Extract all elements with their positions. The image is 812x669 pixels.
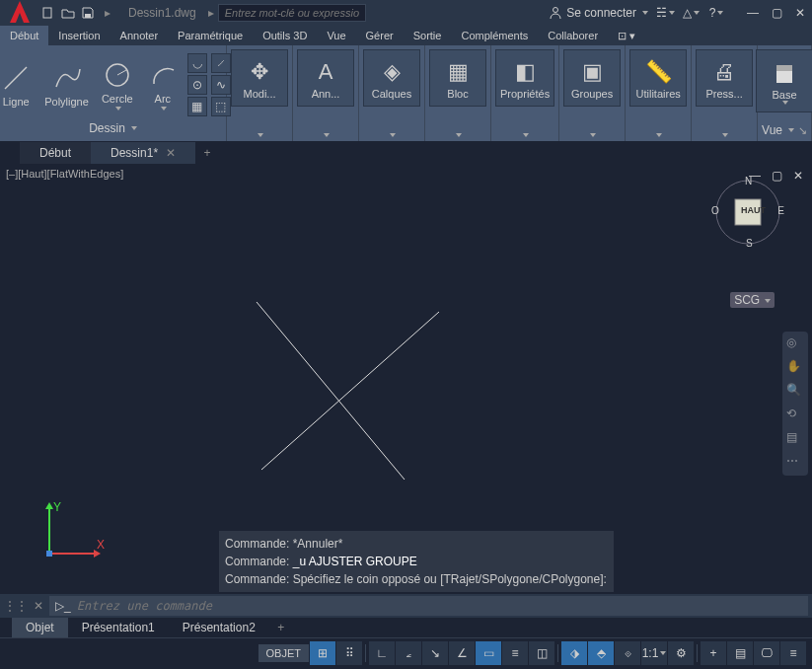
nav-pan-icon[interactable]: ✋ bbox=[786, 359, 804, 377]
menu-tab-outils 3d[interactable]: Outils 3D bbox=[253, 26, 317, 45]
panel-3-button[interactable]: ▦Bloc bbox=[429, 49, 486, 107]
qat-open-icon[interactable] bbox=[59, 4, 77, 22]
qat-save-icon[interactable] bbox=[79, 4, 97, 22]
circle-button[interactable]: Cercle bbox=[97, 55, 138, 114]
lineweight-toggle[interactable]: ≡ bbox=[502, 641, 528, 665]
nav-showmotion-icon[interactable]: ▤ bbox=[786, 430, 804, 448]
add-layout-button[interactable]: + bbox=[269, 618, 293, 637]
vp-close-icon[interactable]: ✕ bbox=[790, 168, 806, 184]
panel-0-button[interactable]: ✥Modi... bbox=[231, 49, 288, 107]
draw-panel-title[interactable]: Dessin bbox=[89, 119, 137, 137]
panel-1-expand[interactable] bbox=[322, 131, 330, 139]
small-tool-2[interactable]: ⊙ bbox=[187, 75, 207, 95]
panel-3-expand[interactable] bbox=[454, 131, 462, 139]
panel-5-expand[interactable] bbox=[588, 131, 596, 139]
ucs-icon[interactable]: X Y bbox=[39, 499, 109, 568]
svg-marker-13 bbox=[45, 502, 53, 509]
menu-tab-compléments[interactable]: Compléments bbox=[451, 26, 538, 45]
add-tab-button[interactable]: + bbox=[195, 142, 219, 164]
panel-6-button[interactable]: 📏Utilitaires bbox=[629, 49, 687, 107]
dynucs-toggle[interactable]: ⟐ bbox=[615, 641, 640, 665]
panel-7-expand[interactable] bbox=[720, 131, 728, 139]
polyline-button[interactable]: Polyligne bbox=[40, 58, 93, 112]
cmdline-close-icon[interactable]: ✕ bbox=[34, 599, 43, 613]
panel-2-expand[interactable] bbox=[388, 131, 396, 139]
menu-tab-gérer[interactable]: Gérer bbox=[356, 26, 404, 45]
qat-new-icon[interactable] bbox=[39, 4, 57, 22]
nav-zoom-icon[interactable]: 🔍 bbox=[786, 383, 804, 401]
polar-toggle[interactable]: ⦟ bbox=[396, 641, 421, 665]
scg-button[interactable]: SCG bbox=[730, 292, 775, 308]
app-logo[interactable] bbox=[4, 0, 36, 29]
small-tool-3[interactable]: ▦ bbox=[187, 97, 207, 116]
addscale-icon[interactable]: + bbox=[701, 641, 726, 665]
keyword-search-input[interactable] bbox=[218, 4, 366, 22]
workspace-icon[interactable]: ▤ bbox=[727, 641, 753, 665]
panel-1-button[interactable]: AAnn... bbox=[297, 49, 354, 107]
cart-icon[interactable]: ☵ bbox=[656, 4, 674, 22]
layout-tab-p1[interactable]: Présentation1 bbox=[68, 618, 169, 637]
nav-more-icon[interactable]: ⋯ bbox=[786, 454, 804, 472]
cmdline-handle-icon[interactable]: ⋮⋮ bbox=[4, 599, 28, 613]
viewport-label[interactable]: [–][Haut][FlatWithEdges] bbox=[6, 168, 123, 180]
close-button[interactable]: ✕ bbox=[792, 5, 808, 21]
panel-4-button[interactable]: ◧Propriétés bbox=[495, 49, 554, 107]
snap-toggle[interactable]: ⠿ bbox=[336, 641, 362, 665]
drawing-viewport[interactable]: [–][Haut][FlatWithEdges] — ▢ ✕ X Y HAUT … bbox=[0, 164, 812, 594]
custom-icon[interactable]: ≡ bbox=[780, 641, 806, 665]
line-button[interactable]: Ligne bbox=[0, 58, 37, 112]
close-tab-icon[interactable]: ✕ bbox=[166, 146, 176, 160]
layout-tab-model[interactable]: Objet bbox=[12, 618, 68, 637]
file-name: Dessin1.dwg bbox=[128, 6, 196, 20]
nav-orbit-icon[interactable]: ⟲ bbox=[786, 407, 804, 424]
svg-rect-16 bbox=[46, 551, 52, 557]
menu-tab-collaborer[interactable]: Collaborer bbox=[538, 26, 608, 45]
cloud-icon[interactable]: △ bbox=[682, 4, 700, 22]
osnap3d-toggle[interactable]: ⬘ bbox=[588, 641, 614, 665]
monitor-icon[interactable]: 🖵 bbox=[754, 641, 779, 665]
annoscale-button[interactable]: 1:1 bbox=[641, 641, 667, 665]
nav-wheel-icon[interactable]: ◎ bbox=[786, 335, 804, 353]
vue-panel-title[interactable]: Vue ↘ bbox=[762, 121, 807, 139]
help-icon[interactable]: ? bbox=[707, 4, 725, 22]
layout-tab-p2[interactable]: Présentation2 bbox=[169, 618, 269, 637]
minimize-button[interactable]: — bbox=[745, 5, 761, 21]
menu-tab-vue[interactable]: Vue bbox=[317, 26, 355, 45]
menu-tab-insertion[interactable]: Insertion bbox=[48, 26, 110, 45]
isodraft-toggle[interactable]: ↘ bbox=[422, 641, 448, 665]
panel-5-button[interactable]: ▣Groupes bbox=[563, 49, 621, 107]
transparency-toggle[interactable]: ◫ bbox=[529, 641, 554, 665]
doc-tab-drawing[interactable]: Dessin1* ✕ bbox=[91, 142, 195, 164]
navigation-bar: ◎ ✋ 🔍 ⟲ ▤ ⋯ bbox=[782, 332, 808, 476]
small-tool-1[interactable]: ◡ bbox=[187, 53, 207, 73]
gear-icon[interactable]: ⚙ bbox=[668, 641, 694, 665]
panel-4-expand[interactable] bbox=[521, 131, 529, 139]
arc-button[interactable]: Arc bbox=[142, 55, 184, 114]
command-input[interactable] bbox=[77, 599, 802, 613]
viewcube[interactable]: HAUT N S E O bbox=[713, 178, 782, 247]
base-button[interactable]: Base bbox=[756, 49, 812, 112]
grid-toggle[interactable]: ⊞ bbox=[310, 641, 335, 665]
menu-tab-annoter[interactable]: Annoter bbox=[111, 26, 169, 45]
signin-button[interactable]: Se connecter bbox=[549, 6, 648, 20]
panel-0-expand[interactable] bbox=[256, 131, 263, 139]
user-icon bbox=[549, 6, 562, 20]
status-model-label[interactable]: OBJET bbox=[258, 644, 309, 662]
menu-tab-paramétrique[interactable]: Paramétrique bbox=[168, 26, 253, 45]
svg-line-3 bbox=[5, 67, 27, 89]
svg-text:X: X bbox=[97, 538, 105, 552]
ortho-toggle[interactable]: ∟ bbox=[369, 641, 395, 665]
panel-7-button[interactable]: 🖨Press... bbox=[696, 49, 753, 107]
selcycle-toggle[interactable]: ⬗ bbox=[561, 641, 587, 665]
search-chevron-icon[interactable]: ▸ bbox=[208, 6, 214, 20]
panel-6-expand[interactable] bbox=[654, 131, 662, 139]
menu-tab-sortie[interactable]: Sortie bbox=[404, 26, 452, 45]
osnap2d-toggle[interactable]: ▭ bbox=[476, 641, 501, 665]
panel-2-button[interactable]: ◈Calques bbox=[363, 49, 420, 107]
menu-tab-extra[interactable]: ⊡ ▾ bbox=[608, 26, 645, 45]
doc-tab-start[interactable]: Début bbox=[20, 142, 91, 164]
osnaptrack-toggle[interactable]: ∠ bbox=[449, 641, 475, 665]
maximize-button[interactable]: ▢ bbox=[769, 5, 784, 21]
qat-more-icon[interactable]: ▸ bbox=[99, 4, 116, 22]
command-history: Commande: *Annuler* Commande: _u AJUSTER… bbox=[219, 531, 614, 592]
